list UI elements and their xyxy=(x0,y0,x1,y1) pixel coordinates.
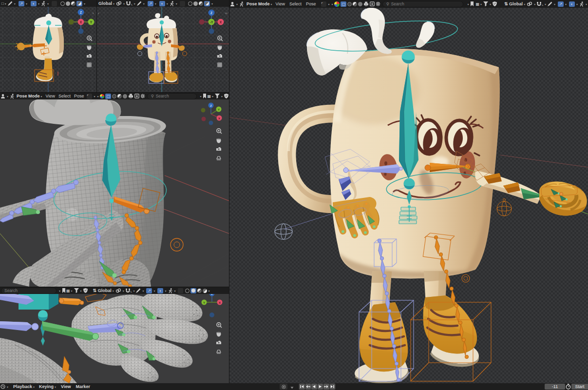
svg-text:Y: Y xyxy=(90,20,93,24)
svg-text:Y: Y xyxy=(218,108,220,111)
svg-text:X: X xyxy=(218,117,220,120)
svg-text:›: › xyxy=(93,12,94,15)
svg-text:Z: Z xyxy=(210,104,212,107)
svg-text:Z: Z xyxy=(80,11,82,14)
svg-text:X: X xyxy=(220,20,222,24)
svg-text:X: X xyxy=(80,20,82,24)
svg-text:Y: Y xyxy=(203,301,205,304)
svg-text:Z: Z xyxy=(210,11,212,15)
svg-text:‹: ‹ xyxy=(98,12,99,15)
svg-text:-Y: -Y xyxy=(210,20,213,24)
svg-text:X: X xyxy=(219,301,221,304)
svg-text:‹›: ‹› xyxy=(225,12,228,15)
